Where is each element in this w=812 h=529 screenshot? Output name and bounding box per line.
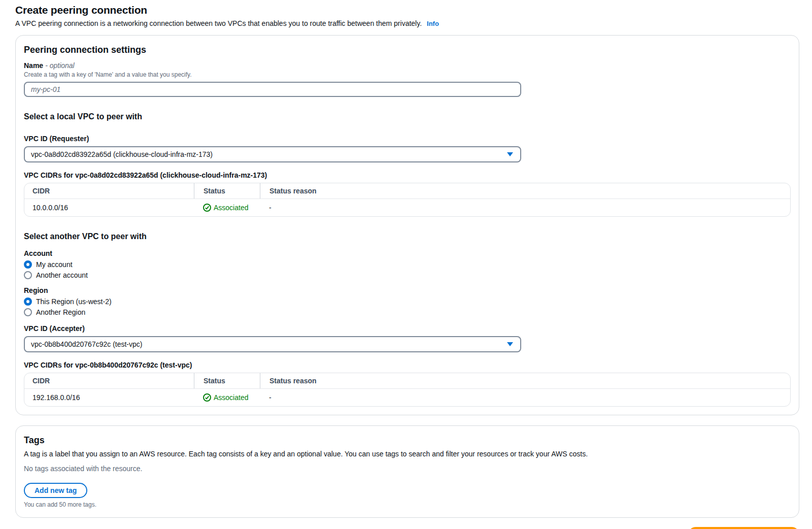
radio-label: Another Region xyxy=(36,308,85,316)
vpc-requester-value: vpc-0a8d02cd83922a65d (clickhouse-cloud-… xyxy=(31,150,213,158)
accepter-cidr-table-title: VPC CIDRs for vpc-0b8b400d20767c92c (tes… xyxy=(24,361,791,369)
tags-panel: Tags A tag is a label that you assign to… xyxy=(15,425,799,518)
footer-actions: Cancel Create peering connection xyxy=(15,527,799,529)
peering-settings-panel: Peering connection settings Name- option… xyxy=(15,35,799,415)
info-link[interactable]: Info xyxy=(427,20,439,27)
column-header-status-reason: Status reason xyxy=(260,183,782,199)
column-header-status: Status xyxy=(194,373,260,388)
region-label: Region xyxy=(24,286,791,294)
vpc-requester-label: VPC ID (Requester) xyxy=(24,135,791,143)
page-description: A VPC peering connection is a networking… xyxy=(15,19,799,27)
tags-description: A tag is a label that you assign to an A… xyxy=(24,450,791,458)
vpc-accepter-label: VPC ID (Accepter) xyxy=(24,324,791,333)
cidr-value: 10.0.0.0/16 xyxy=(32,204,194,212)
requester-cidr-table-title: VPC CIDRs for vpc-0a8d02cd83922a65d (cli… xyxy=(24,171,791,179)
radio-unselected-icon xyxy=(24,308,32,316)
account-label: Account xyxy=(24,249,791,257)
check-circle-icon xyxy=(203,393,211,402)
status-cell: Associated xyxy=(194,393,260,402)
tags-empty-text: No tags associated with the resource. xyxy=(24,465,791,473)
radio-this-region[interactable]: This Region (us-west-2) xyxy=(24,297,112,306)
caret-down-icon xyxy=(507,342,513,346)
radio-selected-icon xyxy=(24,297,32,306)
radio-selected-icon xyxy=(24,260,32,269)
column-header-cidr: CIDR xyxy=(32,187,194,195)
name-helper: Create a tag with a key of 'Name' and a … xyxy=(24,71,791,78)
radio-label: Another account xyxy=(36,271,88,279)
radio-another-account[interactable]: Another account xyxy=(24,271,88,279)
name-label-text: Name xyxy=(24,61,43,70)
local-vpc-heading: Select a local VPC to peer with xyxy=(24,112,791,121)
name-field: Name- optional Create a tag with a key o… xyxy=(24,61,791,97)
requester-cidr-table: CIDR Status Status reason 10.0.0.0/16 As… xyxy=(24,183,791,217)
vpc-accepter-value: vpc-0b8b400d20767c92c (test-vpc) xyxy=(31,340,142,348)
vpc-requester-select[interactable]: vpc-0a8d02cd83922a65d (clickhouse-cloud-… xyxy=(24,146,521,162)
column-header-status-reason: Status reason xyxy=(260,373,782,388)
another-vpc-heading: Select another VPC to peer with xyxy=(24,232,791,241)
radio-another-region[interactable]: Another Region xyxy=(24,308,85,316)
radio-label: This Region (us-west-2) xyxy=(36,297,112,306)
status-reason-value: - xyxy=(260,393,782,402)
status-cell: Associated xyxy=(194,204,260,212)
table-row: 10.0.0.0/16 Associated - xyxy=(24,199,790,216)
status-reason-value: - xyxy=(260,204,782,212)
caret-down-icon xyxy=(507,152,513,156)
cidr-value: 192.168.0.0/16 xyxy=(32,393,194,402)
status-text: Associated xyxy=(214,393,248,402)
optional-suffix: - optional xyxy=(45,61,75,70)
radio-my-account[interactable]: My account xyxy=(24,260,73,269)
check-circle-icon xyxy=(203,204,211,212)
table-header-row: CIDR Status Status reason xyxy=(24,183,790,199)
name-input[interactable] xyxy=(24,82,521,97)
tags-limit-text: You can add 50 more tags. xyxy=(24,501,791,508)
table-row: 192.168.0.0/16 Associated - xyxy=(24,389,790,406)
add-new-tag-button[interactable]: Add new tag xyxy=(24,483,87,498)
page-title: Create peering connection xyxy=(15,4,799,16)
radio-unselected-icon xyxy=(24,271,32,279)
name-label: Name- optional xyxy=(24,61,791,70)
table-header-row: CIDR Status Status reason xyxy=(24,373,790,389)
settings-heading: Peering connection settings xyxy=(24,45,791,55)
create-peering-connection-page: Create peering connection A VPC peering … xyxy=(0,0,812,529)
vpc-accepter-select[interactable]: vpc-0b8b400d20767c92c (test-vpc) xyxy=(24,336,521,352)
status-text: Associated xyxy=(214,204,248,212)
tags-heading: Tags xyxy=(24,435,791,446)
column-header-cidr: CIDR xyxy=(32,377,194,385)
column-header-status: Status xyxy=(194,183,260,199)
page-description-text: A VPC peering connection is a networking… xyxy=(15,19,422,27)
accepter-cidr-table: CIDR Status Status reason 192.168.0.0/16… xyxy=(24,373,791,407)
radio-label: My account xyxy=(36,260,73,269)
create-peering-connection-button[interactable]: Create peering connection xyxy=(688,527,799,529)
region-radio-group: Region This Region (us-west-2) Another R… xyxy=(24,286,791,316)
account-radio-group: Account My account Another account xyxy=(24,249,791,279)
